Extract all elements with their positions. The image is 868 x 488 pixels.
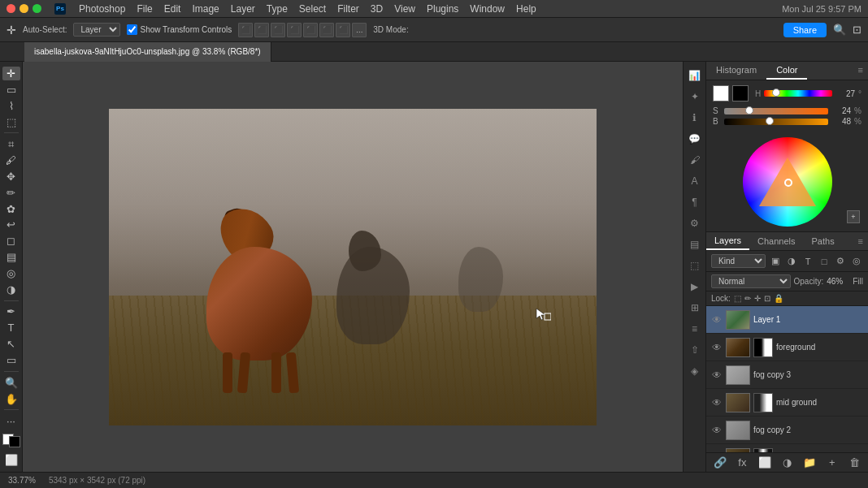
search-button[interactable]: 🔍 xyxy=(833,24,846,36)
layer-visibility-toggle[interactable]: 👁 xyxy=(711,425,723,436)
lock-position-button[interactable]: ✛ xyxy=(754,294,761,303)
distribute-button[interactable]: ⬛ xyxy=(336,23,350,37)
layer-visibility-toggle[interactable]: 👁 xyxy=(711,369,723,381)
dodge-tool[interactable]: ◑ xyxy=(2,283,20,296)
opacity-value[interactable]: 46% xyxy=(827,277,849,286)
export-icon[interactable]: ⇧ xyxy=(686,341,704,359)
eraser-tool[interactable]: ◻ xyxy=(2,234,20,248)
tab-channels[interactable]: Channels xyxy=(749,233,803,249)
paint-icon[interactable]: 🖌 xyxy=(686,151,704,169)
color-wheel[interactable] xyxy=(743,137,832,227)
workspace-button[interactable]: ⊡ xyxy=(853,24,861,36)
align-center-button[interactable]: ⬛ xyxy=(254,23,269,37)
hue-slider-container[interactable] xyxy=(764,90,832,97)
link-layers-button[interactable]: 🔗 xyxy=(711,456,729,469)
blend-mode-select[interactable]: Normal Multiply Screen xyxy=(711,274,791,288)
panel-options-button[interactable]: ≡ xyxy=(853,62,868,80)
layer-item[interactable]: 👁 fog copy 2 xyxy=(706,417,868,444)
tab-layers[interactable]: Layers xyxy=(706,232,749,250)
menu-filter[interactable]: Filter xyxy=(337,3,359,15)
menu-view[interactable]: View xyxy=(394,3,415,15)
layer-visibility-toggle[interactable]: 👁 xyxy=(711,314,723,326)
move-tool[interactable]: ✛ xyxy=(2,67,20,80)
lock-artboard-button[interactable]: ⊡ xyxy=(764,294,770,303)
text-icon[interactable]: A xyxy=(686,172,704,190)
lasso-tool[interactable]: ⌇ xyxy=(2,99,20,113)
heal-tool[interactable]: ✥ xyxy=(2,170,20,184)
lock-all-button[interactable]: 🔒 xyxy=(774,294,783,303)
auto-select-dropdown[interactable]: Layer Group xyxy=(73,23,120,37)
path-selection-tool[interactable]: ↖ xyxy=(2,337,20,351)
align-bottom-button[interactable]: ⬛ xyxy=(319,23,334,37)
layer-item[interactable]: 👁 foreground xyxy=(706,334,868,361)
zoom-tool[interactable]: 🔍 xyxy=(2,376,20,390)
share-button[interactable]: Share xyxy=(783,23,827,37)
menu-select[interactable]: Select xyxy=(299,3,326,15)
selection-tool[interactable]: ▭ xyxy=(2,83,20,97)
comments-icon[interactable]: 💬 xyxy=(686,130,704,148)
eyedropper-tool[interactable]: 🖋 xyxy=(2,153,20,167)
layers-icon[interactable]: ▤ xyxy=(686,235,704,253)
adjust-icon[interactable]: ⚙ xyxy=(686,214,704,232)
add-mask-button[interactable]: ⬜ xyxy=(756,456,774,469)
menu-window[interactable]: Window xyxy=(470,3,505,15)
align-top-button[interactable]: ⬛ xyxy=(287,23,302,37)
fg-color-swatch[interactable] xyxy=(713,85,729,101)
close-window-button[interactable] xyxy=(7,4,15,13)
lock-transparent-button[interactable]: ⬚ xyxy=(734,294,741,303)
new-group-button[interactable]: 📁 xyxy=(801,456,818,469)
star-icon[interactable]: ✦ xyxy=(686,88,704,106)
brush-tool[interactable]: ✏ xyxy=(2,186,20,200)
lock-pixels-button[interactable]: ✏ xyxy=(744,294,751,303)
menu-file[interactable]: File xyxy=(137,3,152,15)
paragraph-icon[interactable]: ¶ xyxy=(686,193,704,211)
tab-color[interactable]: Color xyxy=(766,62,807,80)
menu-plugins[interactable]: Plugins xyxy=(427,3,458,15)
layer-item[interactable]: 👁 fog copy 3 xyxy=(706,361,868,389)
filter-toggle-button[interactable]: ◎ xyxy=(850,255,863,268)
align-right-button[interactable]: ⬛ xyxy=(271,23,285,37)
align-middle-button[interactable]: ⬛ xyxy=(303,23,318,37)
clone-stamp-tool[interactable]: ✿ xyxy=(2,202,20,216)
new-layer-button[interactable]: + xyxy=(823,456,841,469)
timeline-icon[interactable]: ▶ xyxy=(686,278,704,296)
info-icon[interactable]: ℹ xyxy=(686,109,704,127)
fullscreen-window-button[interactable] xyxy=(33,4,41,13)
menu-photoshop[interactable]: Photoshop xyxy=(79,3,125,15)
minimize-window-button[interactable] xyxy=(20,4,28,13)
background-color[interactable] xyxy=(9,436,20,447)
show-transform-checkbox[interactable] xyxy=(127,24,137,35)
delete-layer-button[interactable]: 🗑 xyxy=(845,456,863,469)
bri-slider-container[interactable] xyxy=(724,119,828,125)
add-style-button[interactable]: fx xyxy=(734,456,752,469)
artboards-icon[interactable]: ⬚ xyxy=(686,257,704,274)
layers-panel-options[interactable]: ≡ xyxy=(853,233,868,249)
filter-shape-button[interactable]: □ xyxy=(818,255,831,268)
filter-pixel-button[interactable]: ▣ xyxy=(769,255,782,268)
menu-help[interactable]: Help xyxy=(516,3,536,15)
layer-item[interactable]: 👁 Layer 1 xyxy=(706,306,868,334)
quick-mask-button[interactable]: ⬜ xyxy=(2,453,20,467)
layer-visibility-toggle[interactable]: 👁 xyxy=(711,397,723,408)
histogram-icon[interactable]: 📊 xyxy=(686,67,704,84)
new-fill-adj-button[interactable]: ◑ xyxy=(779,456,796,469)
hand-tool[interactable]: ✋ xyxy=(2,392,20,406)
text-tool[interactable]: T xyxy=(2,321,20,335)
menu-image[interactable]: Image xyxy=(192,3,219,15)
filter-kind-select[interactable]: Kind xyxy=(711,254,766,268)
tab-histogram[interactable]: Histogram xyxy=(706,62,766,80)
menu-edit[interactable]: Edit xyxy=(164,3,181,15)
object-selection-tool[interactable]: ⬚ xyxy=(2,115,20,129)
properties-icon[interactable]: ≡ xyxy=(686,320,704,338)
crop-tool[interactable]: ⌗ xyxy=(2,137,20,151)
filter-smart-button[interactable]: ⚙ xyxy=(834,255,847,268)
menu-layer[interactable]: Layer xyxy=(231,3,255,15)
more-tools-button[interactable]: ··· xyxy=(2,414,20,428)
menu-type[interactable]: Type xyxy=(267,3,288,15)
more-options-button[interactable]: … xyxy=(352,23,367,37)
content-icon[interactable]: ◈ xyxy=(686,362,704,380)
filter-adj-button[interactable]: ◑ xyxy=(785,255,798,268)
new-color-button[interactable]: + xyxy=(847,210,860,223)
color-wheel-container[interactable]: + xyxy=(706,132,868,231)
canvas-area[interactable] xyxy=(23,62,683,472)
